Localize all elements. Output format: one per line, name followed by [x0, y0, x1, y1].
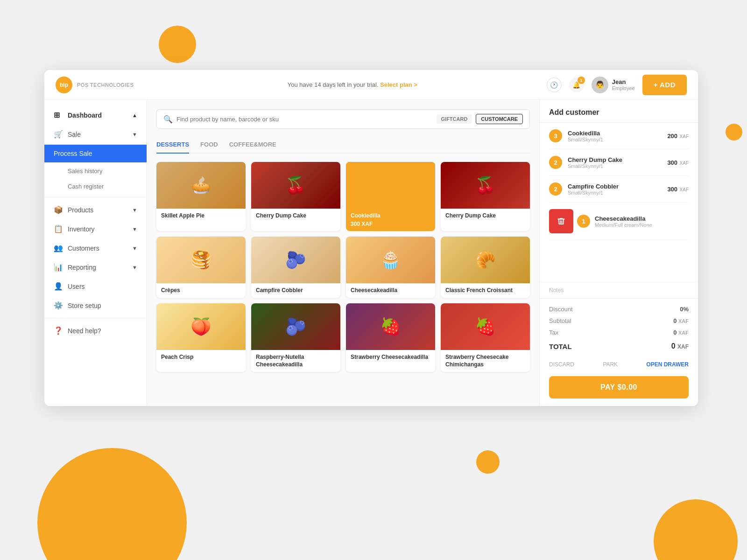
chevron-down-icon: ▼ [132, 132, 137, 137]
tax-value: 0 XAF [673, 329, 689, 336]
chevron-down-icon-4: ▼ [132, 245, 137, 251]
store-setup-icon: ⚙️ [54, 301, 63, 310]
tab-desserts[interactable]: DESSERTS [156, 137, 189, 154]
subtotal-label: Subtotal [549, 317, 571, 324]
sidebar-label-customers: Customers [68, 245, 99, 252]
header-actions: 🕐 🔔 1 👨 Jean Employee + ADD [547, 75, 687, 95]
cart-icon: 🛒 [54, 130, 63, 139]
sidebar-item-products[interactable]: 📦 Products ▼ [44, 200, 147, 219]
add-button[interactable]: + ADD [642, 75, 687, 95]
product-info: Skillet Apple Pie [156, 209, 246, 224]
sidebar-item-cash-register[interactable]: Cash register [44, 179, 147, 194]
product-info: Strawberry Cheesecake Chimichangas [441, 350, 530, 372]
user-name: Jean [612, 78, 635, 85]
user-role: Employee [612, 85, 635, 91]
product-image: 🫐 [251, 237, 340, 283]
sidebar-item-sale[interactable]: 🛒 Sale ▼ [44, 125, 147, 144]
cart-item-name-2: Cherry Dump Cake [568, 156, 662, 163]
product-card-strawberry-cheesecakeadilla[interactable]: 🍓 Strawberry Cheesecakeadilla [346, 303, 435, 372]
product-image: 🫐 [251, 303, 340, 350]
sidebar-label-users: Users [68, 283, 85, 290]
customcare-tag[interactable]: CUSTOMCARE [476, 114, 523, 124]
discount-row: Discount 0% [549, 303, 689, 315]
product-info: Crèpes [156, 283, 246, 298]
tab-coffee-more[interactable]: COFFEE&MORE [229, 137, 276, 154]
sidebar-item-inventory[interactable]: 📋 Inventory ▼ [44, 219, 147, 238]
product-info: Campfire Cobbler [251, 283, 340, 298]
cart-item-price-area-1: 200 XAF [667, 132, 689, 140]
sidebar-item-users[interactable]: 👤 Users [44, 277, 147, 296]
cart-item-variant-2: Small/Skynny/1 [568, 163, 662, 169]
chevron-down-icon-5: ▼ [132, 265, 137, 270]
product-name: Skillet Apple Pie [161, 212, 241, 220]
sidebar-item-help[interactable]: ❓ Need help? [44, 321, 147, 340]
header: bip POS TECHNOLOGIES You have 14 days le… [44, 70, 698, 100]
open-drawer-link[interactable]: OPEN DRAWER [646, 361, 689, 368]
product-image: 🧁 [346, 237, 435, 283]
cart-item-qty-2: 2 [549, 156, 562, 169]
product-image: 🍒 [441, 162, 530, 209]
tab-food[interactable]: FOOD [200, 137, 218, 154]
sidebar-divider-1 [44, 197, 147, 197]
sidebar-item-customers[interactable]: 👥 Customers ▼ [44, 238, 147, 258]
cart-notes: Notes [540, 282, 698, 298]
product-card-peach-crisp[interactable]: 🍑 Peach Crisp [156, 303, 246, 372]
cart-item-price-1: 200 [667, 133, 677, 140]
bg-circle-bottom-mid [476, 450, 500, 474]
sidebar-label-store-setup: Store setup [68, 302, 101, 309]
chevron-up-icon: ▲ [132, 112, 137, 118]
sidebar-item-process-sale[interactable]: Process Sale [44, 145, 147, 162]
sidebar-label-inventory: Inventory [68, 225, 95, 233]
cart-item-price-area-2: 300 XAF [667, 158, 689, 167]
user-profile[interactable]: 👨 Jean Employee [592, 77, 635, 93]
discount-value: 0% [680, 306, 689, 313]
product-card-cherry-dump-cake-2[interactable]: 🍒 Cherry Dump Cake [441, 162, 530, 231]
product-name: Campfire Cobbler [256, 287, 336, 294]
chevron-down-icon-3: ▼ [132, 226, 137, 232]
product-name: Crèpes [161, 287, 241, 294]
bg-circle-top [159, 26, 196, 63]
product-name: Peach Crisp [161, 354, 241, 361]
inventory-icon: 📋 [54, 224, 63, 233]
cart-item-qty-4: 1 [577, 215, 590, 228]
product-name: Strawberry Cheesecakeadilla [351, 354, 430, 361]
app-window: bip POS TECHNOLOGIES You have 14 days le… [44, 70, 698, 406]
cart-item-currency-3: XAF [680, 187, 689, 192]
product-card-campfire-cobbler[interactable]: 🫐 Campfire Cobbler [251, 237, 340, 298]
sidebar-item-reporting[interactable]: 📊 Reporting ▼ [44, 258, 147, 277]
product-card-classic-french-croissant[interactable]: 🥐 Classic French Croissant [441, 237, 530, 298]
sidebar-item-store-setup[interactable]: ⚙️ Store setup [44, 296, 147, 315]
company-name: POS TECHNOLOGIES [77, 82, 134, 88]
sidebar-label-cash-register: Cash register [68, 183, 104, 190]
discard-link[interactable]: DISCARD [549, 361, 574, 368]
cart-item-currency-2: XAF [680, 161, 689, 166]
trial-notice: You have 14 days left in your trial. Sel… [158, 81, 547, 88]
search-input[interactable] [176, 116, 433, 123]
product-card-raspberry-nutella[interactable]: 🫐 Raspberry-Nutella Cheesecakeadilla [251, 303, 340, 372]
sidebar-label-dashboard: Dashboard [68, 112, 102, 119]
cart-actions: DISCARD PARK OPEN DRAWER [540, 357, 698, 371]
pay-button[interactable]: PAY $0.00 [549, 376, 689, 399]
product-card-crepes[interactable]: 🥞 Crèpes [156, 237, 246, 298]
park-link[interactable]: PARK [603, 361, 618, 368]
cart-item-details-4: Cheesecakeadilla Medium/Full cream/None [595, 215, 689, 228]
product-image: 🍒 [251, 162, 340, 209]
sidebar-item-sales-history[interactable]: Sales history [44, 163, 147, 179]
select-plan-link[interactable]: Select plan > [380, 81, 417, 88]
product-card-cookiedilla[interactable]: Cookiedilla 300 XAF [346, 162, 435, 231]
notification-bell[interactable]: 🔔 1 [569, 77, 584, 92]
delete-item-button[interactable] [549, 209, 573, 233]
avatar: 👨 [592, 77, 608, 93]
sidebar-item-dashboard[interactable]: ⊞ Dashboard ▲ [44, 105, 147, 125]
clock-icon[interactable]: 🕐 [547, 77, 562, 92]
discount-label: Discount [549, 306, 573, 313]
product-info: Cherry Dump Cake [251, 209, 340, 224]
product-card-cheesecakeadilla[interactable]: 🧁 Cheesecakeadilla [346, 237, 435, 298]
product-card-strawberry-chimichanga[interactable]: 🍓 Strawberry Cheesecake Chimichangas [441, 303, 530, 372]
cart-item-cherry-dump-cake: 2 Cherry Dump Cake Small/Skynny/1 300 XA… [549, 149, 689, 176]
sidebar-label-reporting: Reporting [68, 264, 96, 271]
product-card-skillet-apple-pie[interactable]: 🥧 Skillet Apple Pie [156, 162, 246, 231]
tax-row: Tax 0 XAF [549, 327, 689, 338]
giftcard-tag[interactable]: GIFTCARD [437, 114, 472, 124]
product-card-cherry-dump-cake-1[interactable]: 🍒 Cherry Dump Cake [251, 162, 340, 231]
